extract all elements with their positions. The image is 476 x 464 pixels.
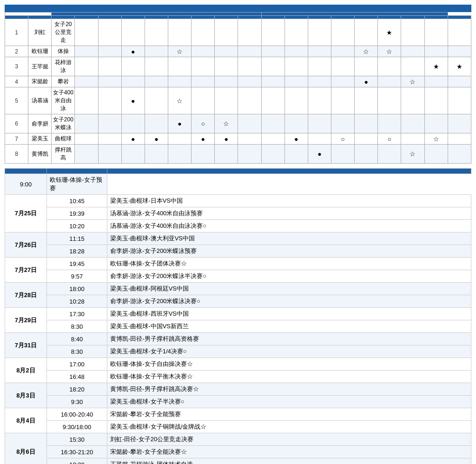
detail-time: 10:28	[47, 295, 107, 308]
day-aug3	[331, 16, 354, 19]
detail-event: 欧钰珊-体操-女子自由操决赛☆	[107, 358, 471, 371]
month-august	[261, 13, 448, 16]
detail-event: 梁美玉-曲棍球-女子铜牌战/金牌战☆	[107, 421, 471, 433]
day-26	[145, 16, 168, 19]
detail-event: 欧钰珊-体操-女子平衡木决赛☆	[107, 371, 471, 383]
detail-time: 16:00-20:40	[47, 408, 107, 421]
detail-event: 梁美玉-曲棍球-日本VS中国	[107, 195, 471, 207]
schedule-row: 2欧钰珊体操●☆☆☆	[5, 46, 471, 57]
day-aug2	[308, 16, 331, 19]
detail-event: 梁美玉-曲棍球-阿根廷VS中国	[107, 283, 471, 295]
day-25	[121, 16, 145, 19]
detail-row: 16:48欧钰珊-体操-女子平衡木决赛☆	[5, 371, 471, 383]
schedule-row: 3王芊懿花样游泳★★	[5, 57, 471, 76]
detail-row: 7月25日10:45梁美玉-曲棍球-日本VS中国	[5, 195, 471, 207]
detail-time: 17:30	[47, 308, 107, 320]
day-28	[192, 16, 215, 19]
detail-time: 15:30	[47, 433, 107, 446]
detail-date: 7月25日	[5, 195, 47, 232]
detail-time: 8:30	[47, 345, 107, 358]
detail-time: 9:00	[5, 174, 47, 195]
detail-row: 9:57俞李妍-游泳-女子200米蝶泳半决赛○	[5, 270, 471, 283]
detail-time: 18:28	[47, 245, 107, 258]
schedule-row: 8黄博凯撑杆跳高●☆	[5, 145, 471, 164]
detail-event: 梁美玉-曲棍球-女子1/4决赛○	[107, 345, 471, 358]
detail-event: 宋懿龄-攀岩-女子全能决赛☆	[107, 446, 471, 458]
month-july	[52, 13, 261, 16]
detail-time: 8:30	[47, 320, 107, 333]
schedule-row: 5汤慕涵女子400米自由泳●☆	[5, 87, 471, 114]
detail-event: 宋懿龄-攀岩-女子全能预赛	[107, 408, 471, 421]
detail-row: 8月3日18:20黄博凯-田径-男子撑杆跳高决赛☆	[5, 383, 471, 396]
detail-row: 9:30梁美玉-曲棍球-女子半决赛○	[5, 396, 471, 408]
detail-event: 俞李妍-游泳-女子200米蝶泳半决赛○	[107, 270, 471, 283]
day-aug6	[401, 16, 424, 19]
day-27	[168, 16, 191, 19]
day-31	[261, 16, 284, 19]
day-24	[98, 16, 121, 19]
day-23	[75, 16, 98, 19]
detail-event: 俞李妍-游泳-女子200米蝶泳决赛○	[107, 295, 471, 308]
detail-time: 10:45	[47, 195, 107, 207]
day-aug8	[448, 16, 471, 19]
detail-event: 俞李妍-游泳-女子200米蝶泳预赛	[107, 245, 471, 258]
detail-event: 刘虹-田径-女子20公里竞走决赛	[107, 433, 471, 446]
detail-row: 19:39汤慕涵-游泳-女子400米自由泳预赛	[5, 207, 471, 220]
day-aug7	[424, 16, 448, 19]
detail-row: 8月6日15:30刘虹-田径-女子20公里竞走决赛	[5, 433, 471, 446]
detail-time: 17:00	[47, 358, 107, 371]
detail-time: 9:30/18:00	[47, 421, 107, 433]
day-29	[215, 16, 238, 19]
detail-date: 8月3日	[5, 383, 47, 408]
detail-time: 10:20	[47, 220, 107, 232]
detail-time: 16:48	[47, 371, 107, 383]
detail-time: 19:39	[47, 207, 107, 220]
detail-time: 9:30	[47, 396, 107, 408]
detail-row: 7月31日8:40黄博凯-田径-男子撑杆跳高资格赛	[5, 333, 471, 345]
detail-event: 王芊懿-花样游泳-团体技术自选	[107, 458, 471, 464]
detail-event: 欧钰珊-体操-女子团体决赛☆	[107, 258, 471, 270]
detail-row: 16:30-21:20宋懿龄-攀岩-女子全能决赛☆	[5, 446, 471, 458]
col-athlete	[28, 16, 52, 19]
detail-row: 9:30/18:00梁美玉-曲棍球-女子铜牌战/金牌战☆	[5, 421, 471, 433]
detail-date: 7月31日	[5, 333, 47, 358]
detail-date: 7月28日	[5, 283, 47, 308]
schedule-row: 4宋懿龄攀岩●☆	[5, 76, 471, 87]
detail-event: 梁美玉-曲棍球-中国VS新西兰	[107, 320, 471, 333]
detail-date: 7月29日	[5, 308, 47, 333]
detail-event: 汤慕涵-游泳-女子400米自由泳预赛	[107, 207, 471, 220]
detail-event: 梁美玉-曲棍球-西班牙VS中国	[107, 308, 471, 320]
detail-time: 8:40	[47, 333, 107, 345]
detail-col-time	[47, 169, 107, 174]
schedule-row: 7梁美玉曲棍球●●●●●○○☆	[5, 133, 471, 145]
day-aug4	[355, 16, 378, 19]
page-title	[5, 5, 471, 12]
detail-row: 18:30王芊懿-花样游泳-团体技术自选	[5, 458, 471, 464]
schedule-table: 1刘虹女子20公里竞走★2欧钰珊体操●☆☆☆3王芊懿花样游泳★★4宋懿龄攀岩●☆…	[5, 12, 471, 164]
detail-row: 7月28日18:00梁美玉-曲棍球-阿根廷VS中国	[5, 283, 471, 295]
schedule-row: 6俞李妍女子200米蝶泳●○☆	[5, 114, 471, 133]
detail-row: 7月29日17:30梁美玉-曲棍球-西班牙VS中国	[5, 308, 471, 320]
detail-date: 7月26日	[5, 232, 47, 258]
detail-date: 8月2日	[5, 358, 47, 383]
detail-row: 8:30梁美玉-曲棍球-中国VS新西兰	[5, 320, 471, 333]
detail-event: 梁美玉-曲棍球-澳大利亚VS中国	[107, 232, 471, 245]
day-30	[238, 16, 261, 19]
detail-row: 18:28俞李妍-游泳-女子200米蝶泳预赛	[5, 245, 471, 258]
detail-row: 8月2日17:00欧钰珊-体操-女子自由操决赛☆	[5, 358, 471, 371]
detail-date: 7月27日	[5, 258, 47, 283]
detail-date: 8月6日	[5, 433, 47, 464]
detail-time: 18:20	[47, 383, 107, 396]
detail-event: 梁美玉-曲棍球-女子半决赛○	[107, 396, 471, 408]
detail-event: 黄博凯-田径-男子撑杆跳高决赛☆	[107, 383, 471, 396]
detail-time: 18:30	[47, 458, 107, 464]
col-event	[52, 16, 75, 19]
detail-table: 9:00欧钰珊-体操-女子预赛7月25日10:45梁美玉-曲棍球-日本VS中国1…	[5, 168, 471, 464]
detail-time: 9:57	[47, 270, 107, 283]
detail-row: 10:28俞李妍-游泳-女子200米蝶泳决赛○	[5, 295, 471, 308]
detail-event: 黄博凯-田径-男子撑杆跳高资格赛	[107, 333, 471, 345]
detail-row: 8:30梁美玉-曲棍球-女子1/4决赛○	[5, 345, 471, 358]
detail-time: 18:00	[47, 283, 107, 295]
day-aug1	[284, 16, 308, 19]
day-aug5	[378, 16, 401, 19]
